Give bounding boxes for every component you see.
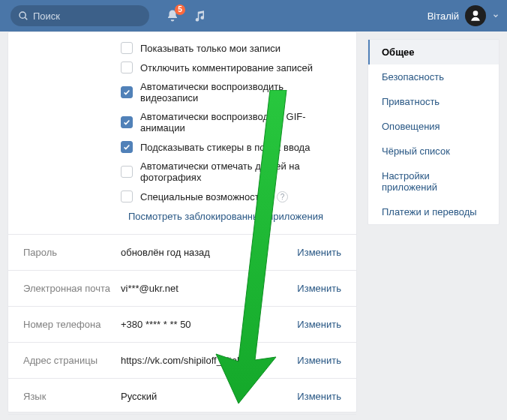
- setting-row: Электронная почтаvi***@ukr.netИзменить: [8, 270, 356, 306]
- sidebar-item[interactable]: Безопасность: [368, 64, 499, 89]
- notif-badge: 5: [175, 4, 185, 15]
- checkbox-row[interactable]: Автоматически воспроизводить видеозаписи: [121, 77, 341, 107]
- avatar: [465, 5, 486, 26]
- checkbox[interactable]: [121, 62, 133, 74]
- blocked-apps-link[interactable]: Посмотреть заблокированные приложения: [8, 211, 356, 234]
- row-action-link[interactable]: Изменить: [297, 319, 341, 330]
- search-field[interactable]: [10, 5, 149, 26]
- checkbox-row[interactable]: Специальные возможности?: [121, 187, 341, 206]
- checkbox[interactable]: [121, 166, 133, 178]
- music-icon[interactable]: [193, 9, 206, 22]
- setting-row: Парольобновлён год назадИзменить: [8, 234, 356, 270]
- svg-point-0: [20, 12, 26, 18]
- settings-sidebar: ОбщееБезопасностьПриватностьОповещенияЧё…: [368, 39, 500, 225]
- settings-rows: Парольобновлён год назадИзменитьЭлектрон…: [8, 234, 356, 414]
- row-label: Электронная почта: [23, 283, 121, 294]
- checkbox-row[interactable]: Отключить комментирование записей: [121, 58, 341, 77]
- sidebar-item[interactable]: Приватность: [368, 89, 499, 114]
- checkbox-label: Показывать только мои записи: [140, 43, 280, 54]
- checkbox-label: Автоматически воспроизводить GIF-анимаци…: [140, 111, 341, 134]
- row-label: Номер телефона: [23, 319, 121, 330]
- search-input[interactable]: [33, 10, 142, 22]
- row-value: https://vk.com/shipiloff_vitalik: [121, 355, 297, 366]
- checkbox-label: Автоматически воспроизводить видеозаписи: [140, 81, 341, 104]
- sidebar-item[interactable]: Чёрный список: [368, 139, 499, 164]
- checkbox-row[interactable]: Автоматически воспроизводить GIF-анимаци…: [121, 107, 341, 137]
- row-label: Пароль: [23, 247, 121, 258]
- svg-line-1: [25, 17, 27, 20]
- checkbox[interactable]: [121, 42, 133, 54]
- row-value: обновлён год назад: [121, 247, 297, 258]
- row-action-link[interactable]: Изменить: [297, 391, 341, 402]
- sidebar-item[interactable]: Платежи и переводы: [368, 200, 499, 224]
- top-icons: 5: [166, 9, 206, 22]
- row-label: Адрес страницы: [23, 355, 121, 366]
- settings-panel: Показывать только мои записиОтключить ко…: [8, 32, 357, 412]
- sidebar-item[interactable]: Общее: [368, 40, 499, 64]
- row-action-link[interactable]: Изменить: [297, 355, 341, 366]
- checkbox-label: Подсказывать стикеры в полях ввода: [140, 142, 310, 153]
- checkbox[interactable]: [121, 116, 133, 128]
- delete-row: Вы можете удалить свою страницу.: [8, 414, 356, 420]
- sidebar-item[interactable]: Оповещения: [368, 114, 499, 139]
- topbar: 5 Віталій: [0, 0, 507, 32]
- row-action-link[interactable]: Изменить: [297, 247, 341, 258]
- checkbox[interactable]: [121, 141, 133, 153]
- checkbox-row[interactable]: Показывать только мои записи: [121, 38, 341, 58]
- row-action-link[interactable]: Изменить: [297, 283, 341, 294]
- checkbox[interactable]: [121, 190, 133, 202]
- setting-row: Номер телефона+380 **** * ** 50Изменить: [8, 306, 356, 342]
- row-label: Язык: [23, 391, 121, 402]
- checkbox-row[interactable]: Подсказывать стикеры в полях ввода: [121, 137, 341, 157]
- checkbox[interactable]: [121, 86, 133, 98]
- row-value: +380 **** * ** 50: [121, 319, 297, 330]
- checkbox-row[interactable]: Автоматически отмечать друзей на фотогра…: [121, 157, 341, 187]
- user-name: Віталій: [428, 10, 459, 22]
- checkbox-list: Показывать только мои записиОтключить ко…: [8, 32, 356, 211]
- sidebar-item[interactable]: Настройки приложений: [368, 164, 499, 200]
- row-value: Русский: [121, 391, 297, 402]
- notifications-icon[interactable]: 5: [166, 9, 179, 22]
- account-menu[interactable]: Віталій: [428, 5, 500, 26]
- checkbox-label: Отключить комментирование записей: [140, 62, 313, 74]
- row-value: vi***@ukr.net: [121, 283, 297, 294]
- search-icon: [18, 10, 28, 21]
- checkbox-label: Специальные возможности: [140, 191, 265, 202]
- page: Показывать только мои записиОтключить ко…: [0, 32, 507, 420]
- chevron-down-icon: [492, 12, 500, 20]
- help-icon[interactable]: ?: [277, 191, 288, 202]
- checkbox-label: Автоматически отмечать друзей на фотогра…: [140, 160, 341, 183]
- setting-row: ЯзыкРусскийИзменить: [8, 378, 356, 414]
- setting-row: Адрес страницыhttps://vk.com/shipiloff_v…: [8, 342, 356, 378]
